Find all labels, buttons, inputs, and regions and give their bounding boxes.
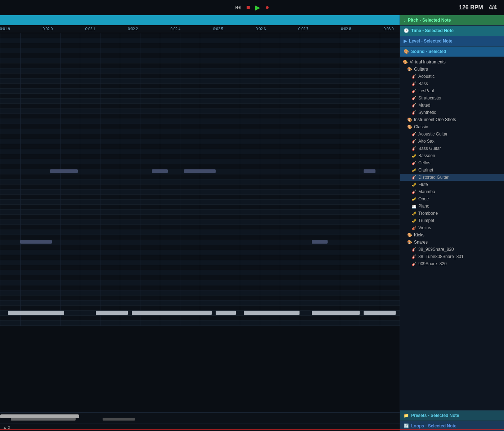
tree-item-trumpet[interactable]: 🎺Trumpet: [400, 217, 504, 224]
scroll-note-2: [103, 418, 135, 421]
sound-selected-btn[interactable]: 🎨 Sound - Selected: [400, 46, 504, 57]
tree-item-bass[interactable]: 🎸Bass: [400, 80, 504, 87]
tree-item-classic[interactable]: 🎨Classic: [400, 123, 504, 130]
tree-label-kicks: Kicks: [414, 232, 424, 237]
note-block[interactable]: [184, 169, 216, 173]
tree-item-trombone[interactable]: 🎺Trombone: [400, 210, 504, 217]
pitch-label: Pitch - Selected Note: [408, 18, 451, 23]
tree-label-flute: Flute: [418, 182, 428, 187]
white-note-block[interactable]: [312, 311, 360, 315]
grid-vline: [280, 33, 280, 326]
piano-grid[interactable]: [0, 33, 400, 412]
tree-label-piano: Piano: [418, 204, 429, 209]
presets-selected-note-btn[interactable]: 📁 Presets - Selected Note: [400, 410, 504, 421]
white-note-block[interactable]: [364, 311, 396, 315]
tree-item-snare-909-2[interactable]: 🎸909Snare_820: [400, 260, 504, 267]
ruler-label-4: 0:02.4: [171, 27, 181, 31]
tree-item-marimba[interactable]: 🎸Marimba: [400, 188, 504, 195]
note-block[interactable]: [152, 169, 168, 173]
stop-button[interactable]: ■: [246, 4, 250, 11]
tree-item-snare-909-1[interactable]: 🎸38_909Snare_820: [400, 246, 504, 253]
tree-label-oboe: Oboe: [418, 196, 429, 201]
tree-icon-kicks: 🎨: [407, 233, 412, 237]
record-button[interactable]: ●: [265, 4, 269, 11]
tree-item-distorted-guitar[interactable]: 🎸Distorted Guitar: [400, 174, 504, 181]
tree-item-cellos[interactable]: 🎸Cellos: [400, 159, 504, 166]
tree-item-stratocaster[interactable]: 🎸Stratocaster: [400, 94, 504, 102]
tree-item-acoustic-guitar[interactable]: 🎸Acoustic Guitar: [400, 130, 504, 138]
tree-icon-snares: 🎨: [407, 240, 412, 245]
tree-item-piano[interactable]: 🎹Piano: [400, 203, 504, 210]
sequencer-area: 0:01.90:02.00:02.10:02.20:02.40:02.50:02…: [0, 15, 400, 431]
tree-item-synthetic[interactable]: 🎸Synthetic: [400, 109, 504, 116]
tree-item-violins[interactable]: 🎻Violins: [400, 224, 504, 231]
presets-icon: 📁: [404, 413, 409, 418]
level-selected-note-btn[interactable]: ▶ Level - Selected Note: [400, 36, 504, 46]
tree-item-muted[interactable]: 🎸Muted: [400, 102, 504, 109]
note-block[interactable]: [364, 169, 375, 173]
white-note-block[interactable]: [8, 311, 64, 315]
tree-item-bass-guitar[interactable]: 🎸Bass Guitar: [400, 145, 504, 152]
tree-icon-violins: 🎻: [411, 226, 417, 230]
tree-icon-guitars: 🎨: [407, 67, 412, 72]
bpm-display: 126 BPM: [459, 4, 483, 11]
transport-bar: ⏮ ■ ▶ ● 126 BPM 4/4: [0, 0, 504, 15]
ruler-label-8: 0:02.8: [341, 27, 351, 31]
white-note-block[interactable]: [244, 311, 300, 315]
tree-item-oboe[interactable]: 🎺Oboe: [400, 195, 504, 203]
tree-item-bassoon[interactable]: 🎺Bassoon: [400, 152, 504, 159]
white-note-block[interactable]: [132, 311, 212, 315]
tree-item-flute[interactable]: 🎺Flute: [400, 181, 504, 188]
tree-label-snare-808-1: 38_Tube808Snare_801: [418, 254, 464, 259]
tree-icon-instrument-one-shots: 🎨: [407, 117, 412, 122]
sound-label: Sound - Selected: [411, 49, 446, 54]
note-block[interactable]: [20, 240, 52, 244]
tree-item-snares[interactable]: 🎨Snares: [400, 239, 504, 246]
tree-icon-oboe: 🎺: [411, 197, 417, 201]
tree-icon-trombone: 🎺: [411, 211, 417, 216]
grid-vline: [240, 33, 240, 326]
tree-icon-bassoon: 🎺: [411, 154, 417, 158]
time-selected-note-btn[interactable]: 🕐 Time - Selected Note: [400, 26, 504, 36]
main-layout: 0:01.90:02.00:02.10:02.20:02.40:02.50:02…: [0, 15, 504, 431]
timeline-bar[interactable]: [0, 15, 400, 25]
bottom-bar: ▲ 2: [0, 423, 400, 431]
tree-item-snare-808-1[interactable]: 🎸38_Tube808Snare_801: [400, 253, 504, 260]
tree-item-instrument-one-shots[interactable]: 🎨Instrument One Shots: [400, 116, 504, 123]
tree-item-alto-sax[interactable]: 🎸Alto Sax: [400, 138, 504, 145]
play-button[interactable]: ▶: [255, 4, 260, 12]
tree-item-virtual-instruments[interactable]: 🎨Virtual Instruments: [400, 58, 504, 66]
tree-label-trombone: Trombone: [418, 211, 438, 216]
tree-item-kicks[interactable]: 🎨Kicks: [400, 231, 504, 239]
tree-label-acoustic-guitar: Acoustic Guitar: [418, 132, 447, 137]
grid-vline: [200, 33, 200, 326]
note-block[interactable]: [50, 169, 78, 173]
tree-label-bass-guitar: Bass Guitar: [418, 146, 441, 151]
white-note-block[interactable]: [216, 311, 236, 315]
tree-item-acoustic[interactable]: 🎸Acoustic: [400, 73, 504, 80]
tree-icon-cellos: 🎸: [411, 161, 417, 165]
scroll-area[interactable]: [0, 412, 400, 423]
tree-item-guitars[interactable]: 🎨Guitars: [400, 66, 504, 73]
tree-item-lespaul[interactable]: 🎸LesPaul: [400, 87, 504, 94]
loops-icon: 🔄: [404, 423, 409, 428]
note-block[interactable]: [312, 240, 328, 244]
grid-vline: [160, 33, 160, 326]
grid-vline: [320, 33, 320, 326]
tree-icon-snare-808-1: 🎸: [411, 254, 417, 259]
sound-tree[interactable]: 🎨Virtual Instruments🎨Guitars🎸Acoustic🎸Ba…: [400, 57, 504, 410]
tree-icon-alto-sax: 🎸: [411, 139, 417, 144]
rewind-button[interactable]: ⏮: [235, 4, 241, 11]
tree-label-instrument-one-shots: Instrument One Shots: [414, 117, 456, 122]
tree-label-clarinet: Clarinet: [418, 168, 433, 173]
right-panel: ♪ Pitch - Selected Note 🕐 Time - Selecte…: [400, 15, 504, 431]
ruler-label-5: 0:02.5: [213, 27, 223, 31]
tree-icon-piano: 🎹: [411, 204, 417, 209]
tree-icon-snare-909-2: 🎸: [411, 262, 417, 266]
tree-icon-acoustic: 🎸: [411, 74, 417, 79]
pitch-selected-note-btn[interactable]: ♪ Pitch - Selected Note: [400, 15, 504, 26]
tree-label-virtual-instruments: Virtual Instruments: [410, 59, 446, 65]
white-note-block[interactable]: [96, 311, 128, 315]
tree-label-stratocaster: Stratocaster: [418, 95, 442, 101]
tree-item-clarinet[interactable]: 🎺Clarinet: [400, 166, 504, 174]
